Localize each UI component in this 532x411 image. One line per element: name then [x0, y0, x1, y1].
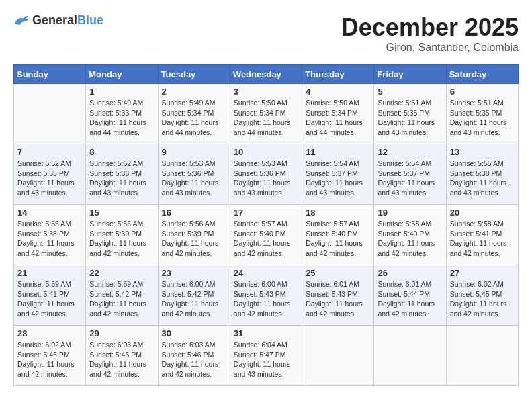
day-number: 10 [234, 147, 298, 157]
day-number: 25 [306, 268, 370, 278]
day-number: 22 [89, 268, 154, 278]
weekday-header-cell: Tuesday [158, 65, 230, 84]
calendar-cell: 19Sunrise: 5:58 AM Sunset: 5:40 PM Dayli… [374, 205, 446, 265]
day-info: Sunrise: 5:57 AM Sunset: 5:40 PM Dayligh… [306, 219, 370, 259]
day-info: Sunrise: 5:57 AM Sunset: 5:40 PM Dayligh… [234, 219, 298, 259]
day-info: Sunrise: 5:50 AM Sunset: 5:34 PM Dayligh… [306, 98, 370, 138]
calendar-cell [14, 84, 86, 144]
day-info: Sunrise: 6:01 AM Sunset: 5:44 PM Dayligh… [378, 279, 442, 319]
day-number: 17 [234, 208, 298, 218]
logo-general-text: General [32, 13, 77, 27]
calendar-cell: 3Sunrise: 5:50 AM Sunset: 5:34 PM Daylig… [230, 84, 302, 144]
day-info: Sunrise: 5:49 AM Sunset: 5:34 PM Dayligh… [162, 98, 226, 138]
weekday-header-cell: Saturday [446, 65, 518, 84]
day-info: Sunrise: 6:02 AM Sunset: 5:45 PM Dayligh… [450, 279, 515, 319]
calendar-cell: 5Sunrise: 5:51 AM Sunset: 5:35 PM Daylig… [374, 84, 446, 144]
calendar-cell: 18Sunrise: 5:57 AM Sunset: 5:40 PM Dayli… [302, 205, 374, 265]
calendar-cell: 8Sunrise: 5:52 AM Sunset: 5:36 PM Daylig… [86, 144, 158, 205]
day-number: 12 [378, 147, 442, 157]
calendar-cell: 20Sunrise: 5:58 AM Sunset: 5:41 PM Dayli… [446, 205, 518, 265]
day-number: 11 [306, 147, 370, 157]
calendar-cell: 13Sunrise: 5:55 AM Sunset: 5:38 PM Dayli… [446, 144, 518, 205]
day-info: Sunrise: 5:50 AM Sunset: 5:34 PM Dayligh… [234, 98, 298, 138]
weekday-header-cell: Monday [86, 65, 158, 84]
day-number: 3 [234, 87, 298, 97]
calendar-cell: 10Sunrise: 5:53 AM Sunset: 5:36 PM Dayli… [230, 144, 302, 205]
day-number: 27 [450, 268, 515, 278]
day-info: Sunrise: 6:00 AM Sunset: 5:42 PM Dayligh… [162, 279, 226, 319]
day-info: Sunrise: 5:58 AM Sunset: 5:40 PM Dayligh… [378, 219, 442, 259]
calendar-cell: 16Sunrise: 5:56 AM Sunset: 5:39 PM Dayli… [158, 205, 230, 265]
day-number: 24 [234, 268, 298, 278]
weekday-header-cell: Friday [374, 65, 446, 84]
day-number: 4 [306, 87, 370, 97]
logo: GeneralBlue [13, 13, 103, 28]
day-number: 29 [89, 328, 154, 338]
day-number: 2 [162, 87, 226, 97]
calendar-cell [302, 326, 374, 386]
calendar-cell: 29Sunrise: 6:03 AM Sunset: 5:46 PM Dayli… [86, 326, 158, 386]
calendar-cell: 31Sunrise: 6:04 AM Sunset: 5:47 PM Dayli… [230, 326, 302, 386]
day-info: Sunrise: 6:02 AM Sunset: 5:45 PM Dayligh… [17, 340, 82, 379]
calendar-cell: 6Sunrise: 5:51 AM Sunset: 5:35 PM Daylig… [446, 84, 518, 144]
calendar-body: 1Sunrise: 5:49 AM Sunset: 5:33 PM Daylig… [14, 84, 519, 386]
day-info: Sunrise: 5:52 AM Sunset: 5:36 PM Dayligh… [89, 158, 154, 198]
day-number: 23 [162, 268, 226, 278]
day-info: Sunrise: 5:54 AM Sunset: 5:37 PM Dayligh… [378, 158, 442, 198]
calendar-cell: 17Sunrise: 5:57 AM Sunset: 5:40 PM Dayli… [230, 205, 302, 265]
calendar-cell: 4Sunrise: 5:50 AM Sunset: 5:34 PM Daylig… [302, 84, 374, 144]
calendar-week-row: 28Sunrise: 6:02 AM Sunset: 5:45 PM Dayli… [14, 326, 519, 386]
weekday-header-cell: Thursday [302, 65, 374, 84]
day-number: 26 [378, 268, 442, 278]
calendar-week-row: 1Sunrise: 5:49 AM Sunset: 5:33 PM Daylig… [14, 84, 519, 144]
day-info: Sunrise: 5:53 AM Sunset: 5:36 PM Dayligh… [162, 158, 226, 198]
calendar-cell: 21Sunrise: 5:59 AM Sunset: 5:41 PM Dayli… [14, 265, 86, 326]
calendar-week-row: 21Sunrise: 5:59 AM Sunset: 5:41 PM Dayli… [14, 265, 519, 326]
calendar-cell: 23Sunrise: 6:00 AM Sunset: 5:42 PM Dayli… [158, 265, 230, 326]
day-info: Sunrise: 5:52 AM Sunset: 5:35 PM Dayligh… [17, 158, 82, 198]
day-info: Sunrise: 5:51 AM Sunset: 5:35 PM Dayligh… [378, 98, 442, 138]
day-number: 21 [17, 268, 82, 278]
calendar-cell: 26Sunrise: 6:01 AM Sunset: 5:44 PM Dayli… [374, 265, 446, 326]
calendar-table: SundayMondayTuesdayWednesdayThursdayFrid… [13, 64, 519, 386]
day-number: 31 [234, 328, 298, 338]
day-number: 7 [17, 147, 82, 157]
day-number: 9 [162, 147, 226, 157]
calendar-cell: 24Sunrise: 6:00 AM Sunset: 5:43 PM Dayli… [230, 265, 302, 326]
calendar-cell: 14Sunrise: 5:55 AM Sunset: 5:38 PM Dayli… [14, 205, 86, 265]
day-info: Sunrise: 5:55 AM Sunset: 5:38 PM Dayligh… [450, 158, 515, 198]
calendar-week-row: 14Sunrise: 5:55 AM Sunset: 5:38 PM Dayli… [14, 205, 519, 265]
day-info: Sunrise: 5:53 AM Sunset: 5:36 PM Dayligh… [234, 158, 298, 198]
day-number: 19 [378, 208, 442, 218]
day-info: Sunrise: 5:49 AM Sunset: 5:33 PM Dayligh… [89, 98, 154, 138]
calendar-cell: 22Sunrise: 5:59 AM Sunset: 5:42 PM Dayli… [86, 265, 158, 326]
day-info: Sunrise: 5:51 AM Sunset: 5:35 PM Dayligh… [450, 98, 515, 138]
calendar-cell [374, 326, 446, 386]
day-number: 13 [450, 147, 515, 157]
weekday-header-cell: Wednesday [230, 65, 302, 84]
logo-blue-text: Blue [77, 13, 103, 27]
month-year-title: December 2025 [341, 13, 519, 42]
header: GeneralBlue December 2025 Giron, Santand… [13, 13, 519, 54]
calendar-cell: 9Sunrise: 5:53 AM Sunset: 5:36 PM Daylig… [158, 144, 230, 205]
day-number: 16 [162, 208, 226, 218]
day-number: 30 [162, 328, 226, 338]
day-number: 14 [17, 208, 82, 218]
day-info: Sunrise: 5:54 AM Sunset: 5:37 PM Dayligh… [306, 158, 370, 198]
day-number: 5 [378, 87, 442, 97]
calendar-cell: 30Sunrise: 6:03 AM Sunset: 5:46 PM Dayli… [158, 326, 230, 386]
day-number: 28 [17, 328, 82, 338]
day-info: Sunrise: 6:03 AM Sunset: 5:46 PM Dayligh… [89, 340, 154, 379]
calendar-week-row: 7Sunrise: 5:52 AM Sunset: 5:35 PM Daylig… [14, 144, 519, 205]
weekday-header-cell: Sunday [14, 65, 86, 84]
day-number: 15 [89, 208, 154, 218]
calendar-cell: 28Sunrise: 6:02 AM Sunset: 5:45 PM Dayli… [14, 326, 86, 386]
calendar-cell: 25Sunrise: 6:01 AM Sunset: 5:43 PM Dayli… [302, 265, 374, 326]
location-subtitle: Giron, Santander, Colombia [341, 42, 519, 54]
calendar-cell [446, 326, 518, 386]
day-number: 18 [306, 208, 370, 218]
calendar-cell: 7Sunrise: 5:52 AM Sunset: 5:35 PM Daylig… [14, 144, 86, 205]
day-number: 20 [450, 208, 515, 218]
calendar-cell: 11Sunrise: 5:54 AM Sunset: 5:37 PM Dayli… [302, 144, 374, 205]
calendar-cell: 15Sunrise: 5:56 AM Sunset: 5:39 PM Dayli… [86, 205, 158, 265]
